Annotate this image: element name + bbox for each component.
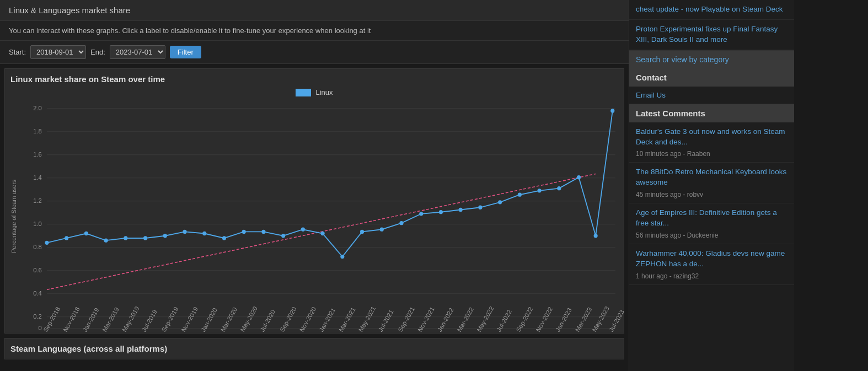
svg-text:1.4: 1.4 — [33, 174, 42, 181]
svg-text:Mar-2019: Mar-2019 — [101, 306, 120, 333]
svg-text:Jan-2020: Jan-2020 — [200, 307, 218, 333]
chart1-svg[interactable]: .grid-line { stroke: #3a3a3a; stroke-wid… — [22, 100, 618, 331]
page-title: Linux & Languages market share — [0, 0, 629, 21]
svg-point-44 — [459, 208, 463, 212]
svg-text:Jan-2022: Jan-2022 — [436, 307, 455, 333]
chart1-title: Linux market share on Steam over time — [10, 74, 618, 84]
svg-text:1.8: 1.8 — [33, 128, 42, 135]
svg-text:Jan-2023: Jan-2023 — [554, 307, 573, 333]
svg-text:1.2: 1.2 — [33, 197, 42, 204]
comment-item-2: Age of Empires III: Definitive Edition g… — [629, 203, 794, 244]
svg-point-38 — [340, 255, 344, 259]
svg-point-32 — [222, 236, 226, 240]
svg-text:Jul-2023: Jul-2023 — [608, 309, 625, 333]
comment-meta-0: 10 minutes ago - Raaben — [636, 150, 710, 158]
svg-point-52 — [610, 109, 614, 112]
page-description: You can interact with these graphs. Clic… — [0, 21, 629, 41]
svg-point-43 — [439, 210, 443, 214]
chart2-container: Steam Languages (across all platforms) — [4, 338, 624, 359]
svg-text:Sep-2021: Sep-2021 — [397, 306, 416, 333]
sidebar-email-link[interactable]: Email Us — [629, 87, 794, 104]
svg-text:Nov-2020: Nov-2020 — [298, 306, 318, 333]
chart1-area: Percentage of Steam users .grid-line { s… — [10, 100, 618, 333]
legend-color-box — [296, 89, 311, 96]
sidebar-comments-bar: Latest Comments — [629, 104, 794, 122]
sidebar-articles-section: cheat update - now Playable on Steam Dec… — [629, 0, 794, 51]
svg-point-48 — [538, 189, 542, 192]
svg-text:Nov-2022: Nov-2022 — [535, 306, 554, 333]
start-date-select[interactable]: 2018-09-01 — [30, 45, 86, 59]
svg-text:Mar-2023: Mar-2023 — [574, 306, 593, 333]
svg-point-37 — [321, 232, 325, 235]
svg-text:1.0: 1.0 — [33, 221, 42, 227]
svg-text:Nov-2018: Nov-2018 — [62, 306, 81, 333]
svg-text:May-2019: May-2019 — [121, 305, 140, 334]
sidebar-contact-bar: Contact — [629, 68, 794, 87]
svg-text:May-2021: May-2021 — [357, 305, 377, 334]
svg-point-27 — [124, 236, 127, 240]
svg-text:0: 0 — [39, 325, 42, 331]
svg-text:Sep-2020: Sep-2020 — [278, 306, 298, 333]
svg-point-47 — [518, 193, 522, 197]
svg-point-25 — [84, 232, 88, 235]
comment-title-1[interactable]: The 8BitDo Retro Mechanical Keyboard loo… — [636, 167, 787, 188]
svg-text:Jul-2021: Jul-2021 — [377, 309, 395, 333]
end-date-select[interactable]: 2023-07-01 — [110, 45, 165, 59]
sidebar-category-bar[interactable]: Search or view by category — [629, 51, 794, 68]
svg-text:Mar-2020: Mar-2020 — [219, 306, 238, 333]
svg-text:Nov-2019: Nov-2019 — [180, 306, 199, 333]
filter-bar: Start: 2018-09-01 End: 2023-07-01 Filter — [0, 41, 629, 64]
y-axis-label: Percentage of Steam users — [10, 100, 20, 333]
svg-text:0.4: 0.4 — [33, 290, 42, 297]
svg-text:Nov-2021: Nov-2021 — [416, 306, 436, 333]
comment-title-3[interactable]: Warhammer 40,000: Gladius devs new game … — [636, 249, 787, 270]
svg-text:Jul-2019: Jul-2019 — [141, 309, 158, 333]
comment-meta-1: 45 minutes ago - robvv — [636, 191, 703, 198]
sidebar-article-link-2[interactable]: Proton Experimental fixes up Final Fanta… — [629, 20, 794, 50]
svg-text:May-2023: May-2023 — [591, 305, 610, 334]
svg-text:1.6: 1.6 — [33, 151, 42, 158]
svg-point-29 — [163, 234, 167, 238]
svg-text:0.8: 0.8 — [33, 244, 42, 250]
comment-meta-3: 1 hour ago - razing32 — [636, 272, 699, 280]
svg-point-49 — [557, 186, 561, 190]
svg-text:Mar-2021: Mar-2021 — [337, 306, 356, 333]
svg-point-24 — [65, 236, 68, 240]
chart1-inner: .grid-line { stroke: #3a3a3a; stroke-wid… — [22, 100, 618, 333]
svg-point-51 — [594, 234, 598, 238]
svg-point-31 — [202, 232, 206, 235]
end-label: End: — [90, 48, 105, 56]
svg-point-26 — [104, 238, 108, 242]
svg-text:0.6: 0.6 — [33, 267, 42, 273]
svg-text:Sep-2019: Sep-2019 — [160, 306, 180, 333]
svg-text:Sep-2018: Sep-2018 — [42, 306, 61, 333]
comment-meta-2: 56 minutes ago - Duckeenie — [636, 232, 718, 239]
filter-button[interactable]: Filter — [170, 46, 201, 58]
chart1-container: Linux market share on Steam over time Li… — [4, 68, 624, 334]
svg-text:Jul-2022: Jul-2022 — [495, 309, 513, 333]
comment-title-2[interactable]: Age of Empires III: Definitive Edition g… — [636, 208, 787, 229]
svg-point-45 — [478, 206, 482, 209]
legend-label: Linux — [315, 88, 333, 96]
svg-point-41 — [399, 221, 403, 225]
svg-text:Jan-2021: Jan-2021 — [318, 307, 337, 333]
svg-text:2.0: 2.0 — [33, 105, 42, 111]
svg-text:Jan-2019: Jan-2019 — [82, 307, 100, 333]
svg-text:May-2020: May-2020 — [239, 305, 259, 334]
sidebar-article-link-1[interactable]: cheat update - now Playable on Steam Dec… — [629, 0, 794, 20]
comment-item-1: The 8BitDo Retro Mechanical Keyboard loo… — [629, 163, 794, 203]
svg-point-42 — [419, 212, 423, 216]
svg-point-50 — [577, 175, 581, 179]
comment-item-3: Warhammer 40,000: Gladius devs new game … — [629, 244, 794, 285]
svg-point-30 — [183, 230, 186, 234]
svg-text:Jul-2020: Jul-2020 — [259, 309, 276, 333]
svg-point-34 — [261, 230, 265, 234]
chart1-legend: Linux — [10, 88, 618, 96]
svg-point-23 — [45, 241, 49, 245]
svg-text:0.2: 0.2 — [33, 313, 42, 320]
svg-point-39 — [360, 230, 364, 234]
svg-line-22 — [47, 174, 596, 289]
svg-point-46 — [498, 200, 502, 204]
svg-point-33 — [242, 230, 246, 234]
comment-title-0[interactable]: Baldur's Gate 3 out now and works on Ste… — [636, 127, 787, 148]
